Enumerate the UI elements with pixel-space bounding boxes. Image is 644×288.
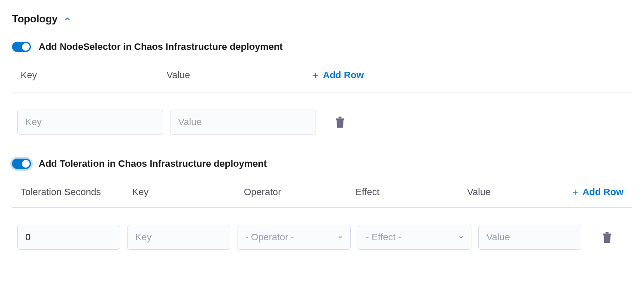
toleration-effect-select[interactable]: - Effect - [358,225,471,250]
nodeselector-toggle-row: Add NodeSelector in Chaos Infrastructure… [12,41,632,52]
topology-title: Topology [12,13,58,25]
toleration-col-value: Value [467,187,536,198]
toleration-value-input[interactable] [478,225,581,250]
nodeselector-delete-row-button[interactable] [331,113,349,131]
toleration-operator-select[interactable]: - Operator - [237,225,351,250]
toggle-knob [22,160,30,168]
nodeselector-toggle-label: Add NodeSelector in Chaos Infrastructure… [39,41,283,52]
add-row-label: Add Row [323,70,364,81]
nodeselector-table-header: Key Value + Add Row [12,70,632,92]
topology-section-header[interactable]: Topology [12,13,632,25]
trash-icon [335,116,345,128]
toleration-seconds-input[interactable] [17,225,120,250]
toleration-table-header: Toleration Seconds Key Operator Effect V… [12,187,632,208]
toleration-row: - Operator - - Effect - [12,225,632,250]
toleration-delete-row-button[interactable] [598,229,616,246]
toleration-toggle[interactable] [12,159,31,169]
chevron-down-icon [458,234,464,240]
nodeselector-add-row-button[interactable]: + Add Row [313,70,364,81]
nodeselector-value-input[interactable] [170,110,316,135]
add-row-label: Add Row [583,187,623,198]
toleration-toggle-row: Add Toleration in Chaos Infrastructure d… [12,158,632,169]
plus-icon: + [572,187,578,197]
toleration-key-input[interactable] [127,225,230,250]
toleration-col-effect: Effect [355,187,467,198]
toggle-knob [22,43,30,51]
chevron-up-icon [64,15,71,23]
toleration-toggle-label: Add Toleration in Chaos Infrastructure d… [39,158,267,169]
chevron-down-icon [337,234,343,240]
toleration-col-key: Key [132,187,244,198]
svg-rect-1 [339,117,341,118]
plus-icon: + [313,70,319,80]
toleration-col-operator: Operator [244,187,355,198]
nodeselector-col-value: Value [167,70,313,81]
nodeselector-key-input[interactable] [17,110,163,135]
svg-rect-5 [606,232,608,233]
toleration-col-seconds: Toleration Seconds [21,187,132,198]
trash-icon [602,232,612,243]
operator-selected-value: - Operator - [245,232,294,243]
nodeselector-toggle[interactable] [12,42,31,52]
toleration-add-row-button[interactable]: + Add Row [572,187,623,198]
effect-selected-value: - Effect - [366,232,401,243]
nodeselector-row [12,110,632,135]
nodeselector-col-key: Key [21,70,167,81]
